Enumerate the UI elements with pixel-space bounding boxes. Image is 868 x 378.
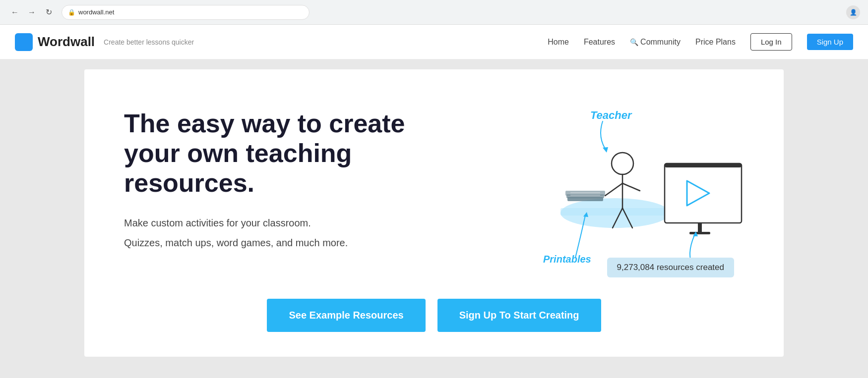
svg-marker-0: [603, 147, 608, 153]
logo-tagline: Create better lessons quicker: [104, 38, 194, 46]
signup-button[interactable]: Sign Up: [807, 34, 853, 50]
hero-illustration: Teacher: [516, 99, 744, 307]
logo-text: Wordwall: [38, 34, 95, 50]
see-example-resources-button[interactable]: See Example Resources: [267, 299, 425, 332]
nav-links: Home Features 🔍 Community Price Plans Lo…: [548, 33, 853, 51]
cta-buttons-container: See Example Resources Sign Up To Start C…: [84, 299, 784, 332]
forward-button[interactable]: →: [25, 5, 39, 19]
hero-card: The easy way to create your own teaching…: [84, 69, 784, 357]
nav-link-community[interactable]: 🔍 Community: [630, 38, 681, 47]
back-button[interactable]: ←: [8, 5, 22, 19]
nav-link-home[interactable]: Home: [548, 38, 569, 47]
browser-chrome: ← → ↻ 🔒 wordwall.net 👤: [0, 0, 868, 25]
svg-rect-17: [698, 223, 702, 233]
main-content: The easy way to create your own teaching…: [0, 59, 868, 377]
browser-nav-buttons: ← → ↻: [8, 5, 56, 19]
profile-icon[interactable]: 👤: [846, 5, 860, 19]
svg-line-10: [605, 183, 622, 196]
hero-subtitle2: Quizzes, match ups, word games, and much…: [124, 235, 496, 250]
login-button[interactable]: Log In: [750, 33, 792, 51]
printables-label: Printables: [543, 254, 591, 265]
search-icon: 🔍: [630, 38, 638, 46]
address-bar[interactable]: 🔒 wordwall.net: [62, 5, 310, 20]
wordwall-logo-icon: [15, 33, 33, 51]
svg-rect-14: [665, 163, 742, 223]
svg-rect-18: [689, 232, 710, 234]
app-navbar: Wordwall Create better lessons quicker H…: [0, 25, 868, 59]
hero-title: The easy way to create your own teaching…: [124, 109, 461, 198]
nav-link-price-plans[interactable]: Price Plans: [695, 38, 736, 47]
refresh-button[interactable]: ↻: [42, 5, 56, 19]
svg-rect-5: [567, 197, 603, 201]
svg-rect-2: [560, 208, 670, 216]
hero-subtitle1: Make custom activities for your classroo…: [124, 216, 496, 230]
hero-left: The easy way to create your own teaching…: [124, 99, 496, 280]
sign-up-to-start-creating-button[interactable]: Sign Up To Start Creating: [437, 299, 601, 332]
svg-line-11: [622, 183, 640, 191]
teacher-label: Teacher: [590, 109, 632, 121]
svg-point-8: [612, 153, 633, 174]
browser-right-controls: 👤: [846, 5, 860, 19]
url-text: wordwall.net: [78, 8, 114, 16]
logo-area[interactable]: Wordwall Create better lessons quicker: [15, 33, 194, 51]
svg-rect-15: [665, 163, 742, 167]
resources-badge: 9,273,084 resources created: [607, 258, 734, 277]
lock-icon: 🔒: [68, 9, 75, 16]
nav-link-features[interactable]: Features: [584, 38, 615, 47]
